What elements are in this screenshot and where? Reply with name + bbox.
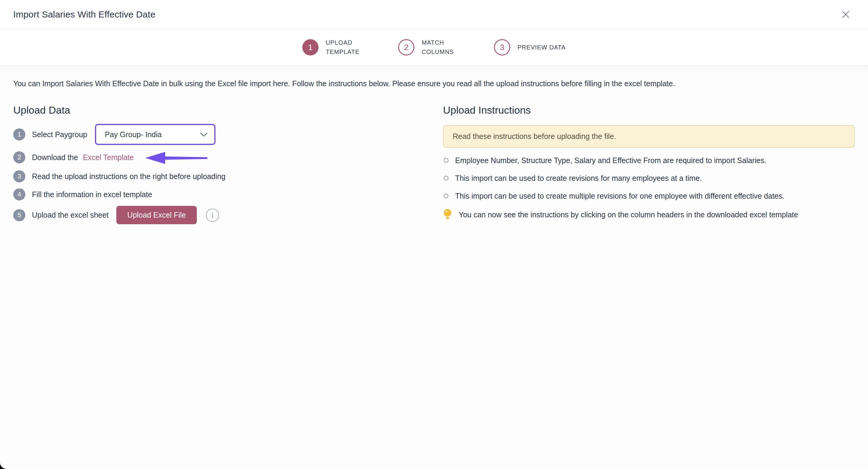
step-number-badge: 1 [13, 128, 25, 140]
chevron-down-icon [200, 132, 208, 137]
lightbulb-icon [443, 209, 452, 221]
step-number-badge: 1 [302, 39, 318, 56]
upload-data-heading: Upload Data [13, 104, 443, 116]
step-number-badge: 3 [13, 170, 25, 182]
stepper-step-match-columns: 2 MATCH COLUMNS [398, 38, 458, 57]
step-row-fill-information: 4 Fill the information in excel template [13, 188, 443, 201]
close-icon [841, 9, 851, 20]
upload-excel-file-button[interactable]: Upload Excel File [116, 206, 197, 224]
page-title: Import Salaries With Effective Date [13, 9, 156, 20]
annotation-arrow-left-icon [145, 151, 207, 165]
modal-header: Import Salaries With Effective Date [0, 0, 868, 30]
instruction-bullet: Employee Number, Structure Type, Salary … [443, 156, 855, 166]
intro-text: You can Import Salaries With Effective D… [13, 79, 855, 88]
step-label: Upload the excel sheet [32, 211, 108, 219]
paygroup-dropdown-value: Pay Group- India [104, 130, 161, 139]
upload-instructions-heading: Upload Instructions [443, 104, 855, 116]
step-number-badge: 2 [398, 39, 414, 56]
step-label: MATCH COLUMNS [422, 38, 458, 57]
bullet-circle-icon [444, 158, 448, 163]
step-row-download-template: 2 Download the Excel Template [13, 150, 443, 165]
instruction-tip: You can now see the instructions by clic… [443, 209, 855, 221]
instructions-banner-text: Read these instructions before uploading… [453, 132, 616, 141]
instructions-banner: Read these instructions before uploading… [443, 125, 855, 148]
instruction-bullet: This import can be used to create multip… [443, 191, 855, 201]
step-number-badge: 2 [13, 151, 25, 163]
step-row-read-instructions: 3 Read the upload instructions on the ri… [13, 170, 443, 183]
step-number-badge: 3 [494, 39, 510, 56]
step-number-badge: 5 [13, 209, 25, 221]
excel-template-link[interactable]: Excel Template [83, 153, 134, 162]
bullet-circle-icon [444, 193, 448, 198]
close-button[interactable] [839, 8, 852, 21]
step-label: PREVIEW DATA [518, 43, 566, 52]
step-row-select-paygroup: 1 Select Paygroup Pay Group- India [13, 124, 443, 145]
stepper-step-upload-template: 1 UPLOAD TEMPLATE [302, 38, 363, 57]
upload-instructions-section: Upload Instructions Read these instructi… [443, 104, 855, 224]
bullet-circle-icon [444, 176, 448, 181]
step-label: Download the [32, 153, 78, 162]
step-row-upload-sheet: 5 Upload the excel sheet Upload Excel Fi… [13, 206, 443, 224]
stepper-step-preview-data: 3 PREVIEW DATA [494, 39, 566, 56]
instruction-bullet: This import can be used to create revisi… [443, 173, 855, 184]
step-label: Fill the information in excel template [32, 190, 152, 199]
step-label: Select Paygroup [32, 130, 87, 139]
instruction-text: This import can be used to create multip… [455, 191, 784, 201]
step-label: UPLOAD TEMPLATE [326, 38, 363, 57]
info-icon[interactable]: i [206, 209, 219, 222]
upload-data-section: Upload Data 1 Select Paygroup Pay Group-… [13, 104, 443, 224]
modal-body: You can Import Salaries With Effective D… [0, 65, 868, 469]
instruction-text: You can now see the instructions by clic… [459, 210, 798, 220]
instruction-text: Employee Number, Structure Type, Salary … [455, 156, 767, 166]
instruction-text: This import can be used to create revisi… [455, 173, 702, 184]
paygroup-dropdown[interactable]: Pay Group- India [95, 124, 216, 145]
import-salaries-modal: Import Salaries With Effective Date 1 UP… [0, 0, 868, 469]
step-number-badge: 4 [13, 188, 25, 200]
step-label: Read the upload instructions on the righ… [32, 172, 225, 181]
wizard-stepper: 1 UPLOAD TEMPLATE 2 MATCH COLUMNS 3 PREV… [0, 30, 868, 65]
